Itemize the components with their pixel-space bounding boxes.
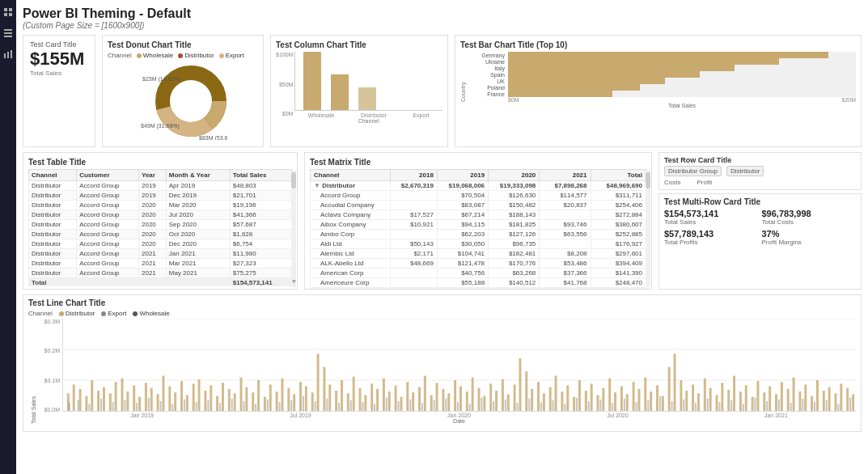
matrix-total-row: Total $9,014,267 $60,068,924 $60,246,192…	[311, 288, 646, 290]
svg-rect-143	[798, 391, 801, 411]
svg-rect-149	[835, 393, 837, 411]
svg-rect-135	[752, 397, 754, 411]
svg-rect-118	[650, 391, 652, 411]
bar-track-france	[508, 91, 856, 97]
svg-rect-214	[790, 403, 792, 411]
svg-rect-186	[457, 402, 459, 411]
sidebar-icon-chart[interactable]	[2, 49, 14, 60]
bar-row-uk: UK	[468, 78, 856, 84]
x-label-export: Export	[413, 112, 429, 118]
svg-rect-59	[299, 382, 302, 411]
line-x-axis-title: Date	[62, 418, 856, 424]
wholesale-line-dot	[133, 311, 138, 316]
cell: 2020	[138, 201, 166, 210]
x-label-jul2020: Jul 2020	[607, 413, 628, 418]
sidebar-icon-table[interactable]	[2, 28, 14, 39]
donut-legend-channel: Channel	[108, 52, 132, 59]
svg-rect-0	[4, 8, 7, 11]
table-scrollbar[interactable]	[291, 171, 296, 287]
svg-rect-202	[647, 400, 649, 411]
svg-rect-216	[814, 402, 815, 411]
svg-rect-44	[210, 386, 212, 411]
table-container[interactable]: Channel Customer Year Month & Year Total…	[28, 169, 292, 286]
svg-rect-124	[685, 391, 688, 411]
wholesale-line-label: Wholesale	[139, 310, 169, 317]
matrix-cell: $20,837	[540, 201, 591, 210]
matrix-cell: $40,756	[437, 269, 488, 278]
svg-rect-213	[778, 400, 780, 411]
test-card-title: Test Card Title	[30, 40, 88, 49]
matrix-scrollbar[interactable]	[646, 171, 650, 287]
matrix-cell	[390, 191, 437, 201]
matrix-cell: $94,115	[437, 220, 488, 230]
y-axis-title-text: Total Sales	[31, 396, 36, 424]
svg-rect-4	[4, 29, 12, 31]
export-dot	[219, 53, 224, 58]
bar-track-uk	[508, 78, 856, 84]
svg-rect-194	[553, 400, 554, 411]
bar-label-poland: Poland	[468, 85, 505, 91]
svg-rect-43	[204, 391, 206, 411]
filter-distributor[interactable]: Distributor	[726, 166, 764, 176]
svg-rect-23	[85, 396, 87, 411]
svg-rect-37	[168, 387, 171, 411]
svg-rect-102	[555, 376, 557, 411]
matrix-cell: $311,711	[591, 191, 646, 201]
svg-rect-114	[626, 394, 629, 411]
line-chart-inner: Jan 2019 Jul 2019 Jan 2020 Jul 2020 Jan …	[62, 319, 856, 424]
line-chart-svg	[63, 319, 856, 411]
mc-item-total-costs: $96,783,998 Total Costs	[762, 209, 857, 226]
donut-legend: Channel Wholesale Distributor Export	[108, 52, 258, 59]
distributor-label: Distributor	[184, 52, 214, 59]
svg-rect-127	[704, 379, 706, 411]
bar-rows-container: Germany Ukraine Italy	[468, 52, 856, 133]
svg-rect-172	[290, 400, 292, 411]
cell: Distributor	[29, 230, 77, 239]
svg-rect-58	[293, 394, 295, 411]
svg-rect-128	[709, 388, 712, 411]
cell: Accord Group	[77, 249, 139, 259]
matrix-cell: $63,268	[489, 269, 540, 278]
svg-rect-7	[4, 53, 6, 58]
bar-fill-spain	[508, 71, 700, 78]
matrix-cell: $394,409	[591, 259, 646, 269]
matrix-cell: $127,126	[489, 230, 540, 239]
svg-rect-141	[787, 389, 790, 411]
table-row: Distributor Accord Group 2020 Dec 2020 $…	[29, 239, 292, 249]
svg-rect-78	[412, 392, 414, 411]
svg-rect-97	[525, 371, 527, 411]
cell: Jul 2020	[166, 210, 230, 220]
table-row: Distributor Accord Group 2019 Dec 2019 $…	[29, 191, 292, 201]
svg-rect-89	[478, 388, 481, 411]
matrix-cell: $141,390	[591, 269, 646, 278]
bar-x-20m: $20M	[841, 97, 856, 103]
line-y-labels: $0.3M $0.2M $0.1M $0.0M	[40, 319, 62, 424]
svg-rect-92	[495, 391, 498, 411]
mc-item-total-sales: $154,573,141 Total Sales	[664, 209, 759, 226]
matrix-container[interactable]: Channel 2018 2019 2020 2021 Total ▼ Dist…	[310, 169, 646, 289]
wholesale-label: Wholesale	[143, 52, 173, 59]
line-legend: Channel Distributor Export Wholesale	[28, 310, 856, 317]
matrix-row: Alembic Ltd $2,171 $104,741 $182,481 $8,…	[311, 249, 646, 259]
svg-rect-162	[171, 404, 173, 411]
filter-distributor-group[interactable]: Distributor Group	[664, 166, 722, 176]
matrix-row: ALK-Abello Ltd $48,669 $121,478 $170,776…	[311, 259, 646, 269]
y-label-00m: $0.0M	[40, 407, 60, 413]
x-label-jan2019: Jan 2019	[130, 413, 154, 418]
svg-rect-137	[763, 392, 765, 411]
matrix-cell: $30,050	[437, 239, 488, 249]
svg-rect-9	[11, 50, 12, 58]
scroll-down-icon[interactable]	[291, 276, 296, 287]
table-row: Distributor Accord Group 2021 Mar 2021 $…	[29, 259, 292, 269]
right-cards: Test Row Card Title Distributor Group Di…	[658, 152, 862, 290]
svg-rect-83	[442, 389, 444, 411]
bar-fill-france	[508, 91, 612, 97]
svg-rect-67	[347, 393, 349, 411]
mc-value-total-profits: $57,789,143	[664, 229, 759, 239]
sidebar-icon-grid[interactable]	[2, 6, 14, 18]
column-x-axis-title: Channel	[294, 118, 442, 124]
matrix-cell: $48,669	[390, 259, 437, 269]
bottom-row: Test Line Chart Title Channel Distributo…	[23, 294, 862, 432]
cell: Mar 2020	[166, 201, 230, 210]
data-table: Channel Customer Year Month & Year Total…	[28, 169, 292, 286]
